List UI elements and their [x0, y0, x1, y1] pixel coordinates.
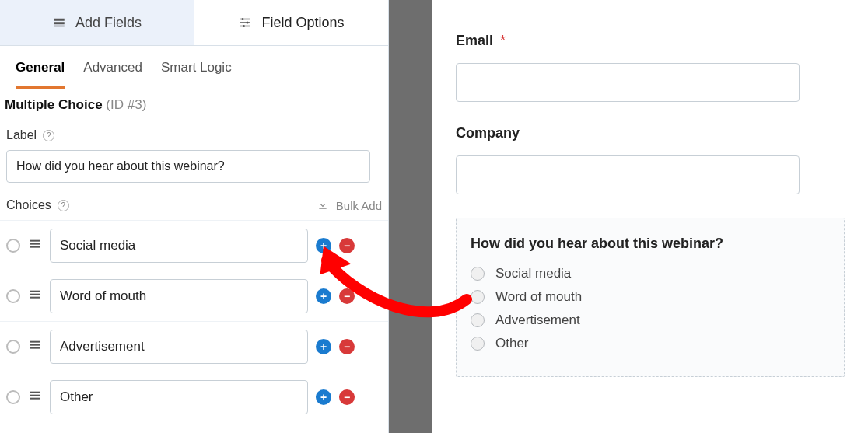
field-heading: Multiple Choice (ID #3)	[0, 89, 388, 120]
svg-rect-18	[30, 392, 40, 393]
field-options-subtabs: General Advanced Smart Logic	[0, 46, 388, 89]
choice-row: +−	[0, 372, 388, 422]
required-asterisk: *	[500, 33, 506, 48]
choice-default-radio[interactable]	[6, 340, 20, 354]
preview-radio-option[interactable]: Social media	[471, 266, 830, 281]
add-choice-button[interactable]: +	[316, 389, 331, 405]
drag-handle-icon[interactable]	[28, 339, 42, 354]
svg-rect-14	[30, 297, 40, 299]
choices-title: Choices	[6, 198, 51, 212]
choices-header: Choices ? Bulk Add	[0, 192, 388, 220]
help-icon[interactable]: ?	[58, 200, 69, 211]
choice-default-radio[interactable]	[6, 289, 20, 303]
form-preview: Email * Company How did you hear about t…	[432, 0, 868, 433]
svg-rect-10	[30, 243, 40, 245]
radio-icon	[471, 290, 485, 304]
add-fields-icon	[52, 16, 66, 30]
preview-option-label: Other	[495, 336, 529, 351]
svg-rect-15	[30, 341, 40, 343]
svg-rect-20	[30, 398, 40, 400]
add-choice-button[interactable]: +	[316, 238, 331, 253]
preview-company-label: Company	[456, 125, 520, 141]
preview-email-input[interactable]	[456, 63, 800, 102]
radio-icon	[471, 267, 485, 281]
field-type-name: Multiple Choice	[5, 97, 103, 112]
choice-text-input[interactable]	[50, 229, 308, 263]
remove-choice-button[interactable]: −	[339, 238, 355, 253]
panel-divider	[389, 0, 432, 433]
svg-rect-12	[30, 291, 40, 292]
svg-point-4	[242, 18, 244, 20]
svg-rect-17	[30, 347, 40, 349]
preview-radio-option[interactable]: Other	[471, 336, 830, 351]
remove-choice-button[interactable]: −	[339, 288, 355, 304]
preview-radio-option[interactable]: Advertisement	[471, 313, 830, 328]
settings-sliders-icon	[238, 16, 252, 30]
drag-handle-icon[interactable]	[28, 238, 42, 253]
builder-top-tabs: Add Fields Field Options	[0, 0, 388, 46]
preview-company-field: Company	[456, 125, 845, 194]
svg-rect-2	[54, 26, 65, 27]
preview-email-field: Email *	[456, 33, 845, 102]
svg-point-8	[243, 25, 245, 27]
remove-choice-button[interactable]: −	[339, 389, 355, 405]
field-options-panel: Add Fields Field Options General Advance…	[0, 0, 389, 433]
preview-option-label: Social media	[495, 266, 571, 281]
bulk-add-label: Bulk Add	[336, 199, 382, 212]
bulk-add-button[interactable]: Bulk Add	[317, 199, 382, 212]
drag-handle-icon[interactable]	[28, 389, 42, 405]
choice-row: +−	[0, 321, 388, 372]
svg-rect-19	[30, 395, 40, 396]
svg-rect-1	[54, 22, 65, 24]
preview-option-label: Word of mouth	[495, 289, 582, 305]
choice-default-radio[interactable]	[6, 390, 20, 404]
tab-field-options-label: Field Options	[261, 15, 344, 31]
download-icon	[317, 200, 328, 211]
svg-point-6	[247, 22, 249, 24]
svg-rect-13	[30, 294, 40, 295]
tab-add-fields-label: Add Fields	[75, 15, 142, 31]
preview-email-label: Email	[456, 33, 493, 48]
svg-rect-9	[30, 240, 40, 242]
label-title: Label	[6, 128, 37, 142]
choice-row: +−	[0, 271, 388, 321]
label-section: Label ?	[0, 120, 388, 192]
tab-add-fields[interactable]: Add Fields	[0, 0, 194, 45]
radio-icon	[471, 313, 485, 327]
label-input[interactable]	[6, 150, 370, 183]
radio-icon	[471, 337, 485, 351]
add-choice-button[interactable]: +	[316, 339, 331, 354]
choice-default-radio[interactable]	[6, 239, 20, 253]
field-id: (ID #3)	[106, 97, 146, 112]
preview-multiple-choice-field[interactable]: How did you hear about this webinar? Soc…	[456, 218, 845, 377]
tab-field-options[interactable]: Field Options	[194, 0, 388, 45]
choice-text-input[interactable]	[50, 380, 308, 414]
choice-row: +−	[0, 220, 388, 271]
svg-rect-11	[30, 246, 40, 248]
drag-handle-icon[interactable]	[28, 288, 42, 304]
help-icon[interactable]: ?	[43, 130, 54, 141]
svg-rect-0	[54, 19, 65, 21]
preview-company-input[interactable]	[456, 155, 800, 194]
subtab-general[interactable]: General	[16, 60, 65, 89]
svg-rect-5	[240, 22, 251, 23]
choices-list: +−+−+−+−	[0, 220, 388, 422]
preview-question-label: How did you hear about this webinar?	[471, 236, 830, 252]
svg-rect-3	[240, 19, 251, 20]
preview-option-label: Advertisement	[495, 313, 580, 328]
subtab-smart-logic[interactable]: Smart Logic	[161, 60, 232, 89]
subtab-advanced[interactable]: Advanced	[83, 60, 142, 89]
add-choice-button[interactable]: +	[316, 288, 331, 304]
preview-radio-option[interactable]: Word of mouth	[471, 289, 830, 305]
svg-rect-16	[30, 344, 40, 346]
choice-text-input[interactable]	[50, 330, 308, 364]
remove-choice-button[interactable]: −	[339, 339, 355, 354]
choice-text-input[interactable]	[50, 279, 308, 313]
